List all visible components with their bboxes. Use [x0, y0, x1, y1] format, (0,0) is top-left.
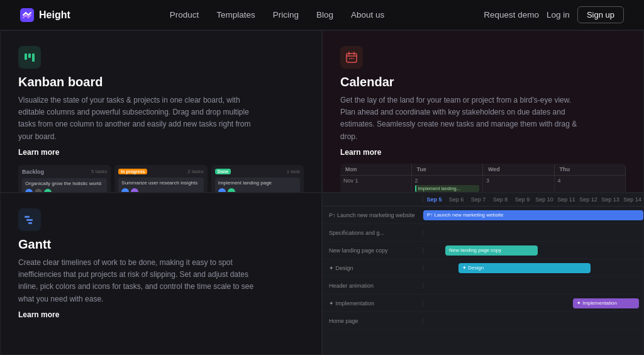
- kb-card-1: Organically grow the holistic world: [22, 178, 107, 193]
- kanban-icon: [18, 46, 41, 69]
- gantt-row-4: ✦ Design ✦ Design: [323, 259, 643, 277]
- kb-col-inprogress: In progress 2 tasks Summarize user resea…: [114, 165, 207, 193]
- svg-rect-10: [28, 222, 32, 224]
- kanban-card: Kanban board Visualize the state of your…: [0, 30, 322, 193]
- gantt-card: Gantt Create clear timelines of work to …: [0, 193, 322, 355]
- gantt-rows: P↑ Launch new marketing website P↑ Launc…: [323, 206, 643, 330]
- gantt-chart: Sep 5 Sep 6 Sep 7 Sep 8 Sep 9 Sep 10 Sep…: [323, 193, 643, 354]
- main-grid: Kanban board Visualize the state of your…: [0, 30, 644, 355]
- kanban-description: Visualize the state of your tasks & proj…: [18, 94, 257, 143]
- kb-card-6: Implement landing page: [215, 178, 300, 193]
- kb-col-done: Done 1 task Implement landing page: [211, 165, 304, 193]
- gantt-row-7: Home page: [323, 312, 643, 330]
- gantt-row-1: P↑ Launch new marketing website P↑ Launc…: [323, 206, 643, 224]
- svg-point-6: [351, 58, 352, 59]
- gantt-description: Create clear timelines of work to be don…: [18, 257, 257, 305]
- gantt-learn-more[interactable]: Learn more: [18, 310, 59, 319]
- calendar-title: Calendar: [340, 75, 626, 89]
- logo[interactable]: Height: [20, 8, 70, 22]
- svg-rect-0: [20, 8, 34, 22]
- svg-rect-9: [26, 219, 33, 221]
- nav-templates[interactable]: Templates: [216, 10, 255, 20]
- gantt-row-6: ✦ Implementation ✦ Implementation: [323, 295, 643, 312]
- svg-point-5: [349, 58, 350, 59]
- nav-blog[interactable]: Blog: [316, 10, 333, 20]
- calendar-description: Get the lay of the land for your team or…: [340, 94, 579, 143]
- gantt-icon: [18, 208, 41, 231]
- kanban-preview: Backlog 5 tasks Organically grow the hol…: [18, 165, 304, 193]
- navbar: Height Product Templates Pricing Blog Ab…: [0, 0, 644, 30]
- gantt-title: Gantt: [18, 237, 304, 252]
- nav-links: Product Templates Pricing Blog About us: [170, 10, 385, 20]
- svg-rect-2: [28, 54, 31, 58]
- calendar-preview: Mon Tue Wed Thu Nov 1 2 Implement landin…: [340, 164, 626, 193]
- request-demo-button[interactable]: Request demo: [484, 10, 539, 20]
- gantt-row-5: Header animation: [323, 277, 643, 295]
- calendar-icon: [340, 46, 363, 69]
- login-button[interactable]: Log in: [547, 10, 570, 20]
- gantt-header: Sep 5 Sep 6 Sep 7 Sep 8 Sep 9 Sep 10 Sep…: [323, 193, 643, 206]
- calendar-card: Calendar Get the lay of the land for you…: [322, 30, 644, 193]
- kanban-learn-more[interactable]: Learn more: [18, 148, 59, 157]
- svg-rect-3: [32, 54, 35, 62]
- nav-pricing[interactable]: Pricing: [273, 10, 299, 20]
- svg-rect-8: [25, 216, 30, 218]
- kb-card-4: Summarize user research insights: [118, 178, 203, 193]
- gantt-row-2: Specifications and g...: [323, 224, 643, 242]
- calendar-learn-more[interactable]: Learn more: [340, 148, 381, 157]
- kanban-title: Kanban board: [18, 75, 304, 89]
- nav-actions: Request demo Log in Sign up: [484, 6, 624, 23]
- svg-point-7: [353, 58, 354, 59]
- kb-col-backlog: Backlog 5 tasks Organically grow the hol…: [18, 165, 111, 193]
- svg-rect-1: [25, 54, 27, 60]
- nav-about[interactable]: About us: [351, 10, 384, 20]
- gantt-row-3: New landing page copy New landing page c…: [323, 242, 643, 259]
- signup-button[interactable]: Sign up: [577, 6, 624, 23]
- nav-product[interactable]: Product: [170, 10, 199, 20]
- gantt-preview-card: Sep 5 Sep 6 Sep 7 Sep 8 Sep 9 Sep 10 Sep…: [322, 193, 644, 355]
